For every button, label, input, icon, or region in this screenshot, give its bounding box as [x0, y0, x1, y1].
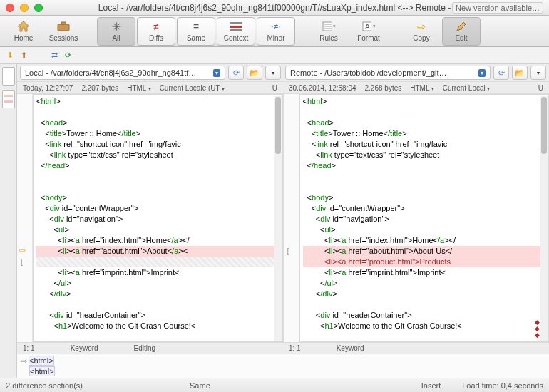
not-equal-icon: ≠	[149, 20, 163, 33]
svg-rect-1	[61, 22, 66, 24]
status-insert: Insert	[421, 381, 441, 390]
right-timestamp: 30.06.2014, 12:58:04	[289, 84, 356, 92]
left-scrollbar[interactable]	[274, 96, 282, 341]
right-cursor-pos: 1: 1	[289, 344, 301, 352]
diffs-toggle[interactable]: ≠ Diffs	[137, 17, 175, 46]
home-icon	[16, 20, 31, 33]
right-gutter: [	[284, 94, 299, 342]
left-cursor-pos: 1: 1	[23, 344, 35, 352]
refresh-icon: ⟳	[498, 68, 505, 78]
right-editor-footer: 1: 1 Keyword	[283, 342, 549, 354]
main-toolbar: Home Sessions ✳︎ All ≠ Diffs = Same Cont…	[0, 16, 549, 47]
minor-toggle[interactable]: ·≠· Minor	[257, 17, 295, 46]
right-address-text: Remote - /Users/tobidobi/development/_gi…	[290, 68, 447, 77]
preview-right: <html>	[29, 366, 55, 376]
bracket-icon: [	[21, 257, 23, 266]
line-preview: <html> <html>	[17, 354, 549, 378]
copy-button[interactable]: ⇨ Copy	[402, 17, 441, 46]
right-scrollbar[interactable]	[540, 96, 548, 341]
edit-button[interactable]: Edit	[442, 17, 481, 46]
equal-icon: =	[189, 20, 203, 33]
minor-icon: ·≠·	[269, 20, 283, 33]
copy-arrow-icon: ⇨	[414, 20, 429, 33]
right-encoding-dropdown[interactable]: Current Local	[443, 84, 490, 92]
right-open-button[interactable]: 📂	[512, 66, 528, 80]
all-toggle[interactable]: ✳︎ All	[97, 17, 135, 46]
right-pane-header: Remote - /Users/tobidobi/development/_gi…	[285, 66, 546, 80]
left-pane-header: Local - /var/folders/4t/cn8j4j6s2_90qhr_…	[20, 66, 281, 80]
right-address-bar[interactable]: Remote - /Users/tobidobi/development/_gi…	[285, 66, 491, 80]
svg-rect-3	[230, 26, 242, 28]
left-lang-dropdown[interactable]: HTML	[127, 84, 150, 92]
current-diff-arrow-icon: ⇨	[19, 246, 26, 255]
rules-button[interactable]: ▾ Rules	[309, 17, 348, 46]
info-bar: Today, 12:27:07 2.207 bytes HTML Current…	[17, 81, 549, 94]
same-toggle[interactable]: = Same	[177, 17, 215, 46]
diffs-label: Diffs	[149, 34, 163, 42]
thumbnail-page-2[interactable]	[2, 90, 15, 108]
left-lineend: U	[272, 84, 277, 92]
left-size: 2.207 bytes	[81, 84, 118, 92]
minor-label: Minor	[267, 34, 284, 42]
edit-label: Edit	[455, 34, 467, 42]
caret-down-icon: ▾	[537, 70, 540, 76]
home-button[interactable]: Home	[4, 17, 43, 46]
left-token-type: Keyword	[71, 344, 98, 352]
right-code[interactable]: <html> <head> <title>Tower :: Home</titl…	[299, 94, 550, 342]
sessions-label: Sessions	[49, 34, 78, 42]
right-more-button[interactable]: ▾	[530, 66, 546, 80]
right-editor: [ <html> <head> <title>Tower :: Home</ti…	[284, 94, 550, 342]
status-diffs: 2 difference section(s)	[6, 381, 83, 390]
zoom-icon[interactable]	[34, 4, 43, 12]
diff-markers: ◆◆◆	[535, 319, 540, 339]
bracket-icon: [	[287, 247, 289, 255]
thumbnail-page-1[interactable]	[2, 67, 15, 86]
context-toggle[interactable]: Context	[217, 17, 255, 46]
left-gutter: ⇨ [	[17, 94, 33, 342]
right-info: 30.06.2014, 12:58:04 2.268 bytes HTML Cu…	[283, 81, 549, 94]
briefcase-icon	[56, 20, 71, 33]
left-info: Today, 12:27:07 2.207 bytes HTML Current…	[17, 81, 283, 94]
preview-left: <html>	[29, 356, 54, 366]
format-label: Format	[357, 34, 380, 42]
panes: Local - /var/folders/4t/cn8j4j6s2_90qhr_…	[17, 64, 549, 378]
prev-diff-up-icon[interactable]: ⬆	[21, 51, 27, 60]
update-notice[interactable]: New version available…	[452, 2, 543, 14]
left-address-bar[interactable]: Local - /var/folders/4t/cn8j4j6s2_90qhr_…	[20, 66, 225, 80]
next-diff-down-icon[interactable]: ⬇	[7, 51, 14, 60]
reload-icon[interactable]: ⟳	[65, 51, 71, 60]
left-encoding-dropdown[interactable]: Current Locale (UT	[160, 84, 225, 92]
chevron-down-icon[interactable]: ▾	[478, 69, 486, 77]
pane-headers: Local - /var/folders/4t/cn8j4j6s2_90qhr_…	[17, 64, 549, 81]
svg-text:A: A	[365, 23, 370, 31]
right-lang-dropdown[interactable]: HTML	[410, 84, 433, 92]
context-label: Context	[224, 34, 248, 42]
folder-open-icon: 📂	[250, 68, 260, 78]
left-open-button[interactable]: 📂	[247, 66, 262, 80]
sessions-button[interactable]: Sessions	[44, 17, 83, 46]
context-icon	[229, 20, 243, 33]
svg-rect-2	[230, 22, 242, 24]
minimize-icon[interactable]	[20, 4, 29, 12]
right-lineend: U	[538, 84, 543, 92]
rules-icon: ▾	[322, 20, 336, 33]
copy-label: Copy	[413, 34, 429, 42]
home-label: Home	[14, 34, 34, 42]
close-icon[interactable]	[6, 4, 14, 12]
left-editor-footer: 1: 1 Keyword Editing	[17, 342, 283, 354]
left-code[interactable]: <html> <head> <title>Tower :: Home</titl…	[33, 94, 283, 342]
left-mode: Editing	[134, 344, 156, 352]
format-icon: A▾	[361, 20, 376, 33]
left-more-button[interactable]: ▾	[265, 66, 281, 80]
format-button[interactable]: A▾ Format	[349, 17, 388, 46]
rules-label: Rules	[319, 34, 338, 42]
right-token-type: Keyword	[337, 344, 364, 352]
swap-icon[interactable]: ⇄	[51, 51, 58, 60]
left-timestamp: Today, 12:27:07	[23, 84, 73, 92]
chevron-down-icon[interactable]: ▾	[213, 69, 220, 77]
status-loadtime: Load time: 0,4 seconds	[462, 381, 543, 390]
left-refresh-button[interactable]: ⟳	[228, 66, 244, 80]
asterisk-icon: ✳︎	[109, 20, 123, 33]
editors: ⇨ [ <html> <head> <title>Tower :: Home</…	[17, 94, 549, 342]
right-refresh-button[interactable]: ⟳	[493, 66, 509, 80]
